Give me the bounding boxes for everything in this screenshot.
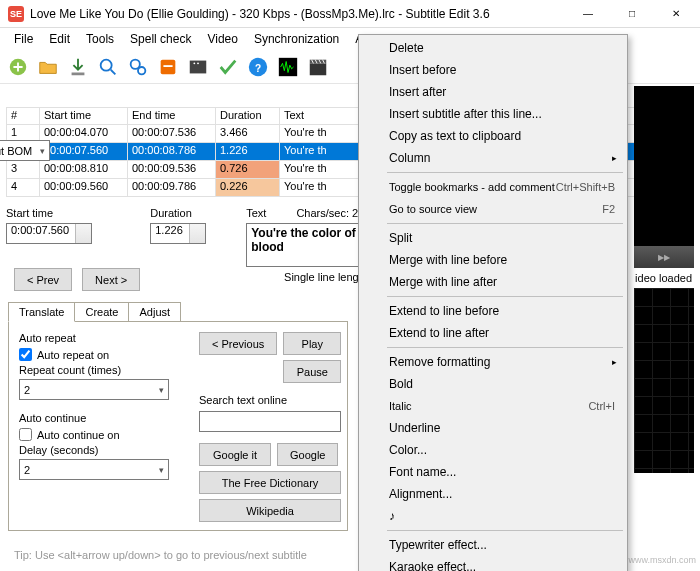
ctx-split[interactable]: Split (361, 227, 625, 249)
waveform-icon[interactable] (274, 53, 302, 81)
video-controls[interactable]: ▶▶ (634, 246, 694, 268)
ctx-copy-clipboard[interactable]: Copy as text to clipboard (361, 125, 625, 147)
free-dictionary-button[interactable]: The Free Dictionary (199, 471, 341, 494)
col-dur[interactable]: Duration (216, 107, 280, 125)
find-icon[interactable] (94, 53, 122, 81)
ctx-alignment[interactable]: Alignment... (361, 483, 625, 505)
duration-input[interactable]: 1.226 (150, 223, 206, 244)
video-icon[interactable] (184, 53, 212, 81)
svg-rect-6 (163, 65, 172, 67)
tip-text: Tip: Use <alt+arrow up/down> to go to pr… (14, 549, 307, 561)
open-icon[interactable] (34, 53, 62, 81)
app-icon: SE (8, 6, 24, 22)
col-start[interactable]: Start time (40, 107, 128, 125)
ctx-italic[interactable]: ItalicCtrl+I (361, 395, 625, 417)
duration-label: Duration (150, 207, 206, 219)
previous-button[interactable]: < Previous (199, 332, 277, 355)
help-icon[interactable]: ? (244, 53, 272, 81)
save-icon[interactable] (64, 53, 92, 81)
ctx-toggle-bookmarks[interactable]: Toggle bookmarks - add commentCtrl+Shift… (361, 176, 625, 198)
ctx-go-source[interactable]: Go to source viewF2 (361, 198, 625, 220)
menu-tools[interactable]: Tools (78, 30, 122, 48)
svg-rect-13 (310, 63, 327, 75)
text-label: Text (246, 207, 266, 219)
ctx-bold[interactable]: Bold (361, 373, 625, 395)
ctx-font-name[interactable]: Font name... (361, 461, 625, 483)
svg-point-9 (197, 62, 199, 64)
start-time-label: Start time (6, 207, 140, 219)
check-icon[interactable] (214, 53, 242, 81)
ctx-insert-sub-after[interactable]: Insert subtitle after this line... (361, 103, 625, 125)
play-button[interactable]: Play (283, 332, 341, 355)
menu-spellcheck[interactable]: Spell check (122, 30, 199, 48)
watermark: www.msxdn.com (628, 555, 696, 565)
close-button[interactable]: ✕ (654, 0, 698, 28)
minimize-button[interactable]: — (566, 0, 610, 28)
ctx-underline[interactable]: Underline (361, 417, 625, 439)
waveform-panel[interactable] (634, 288, 694, 473)
ctx-typewriter[interactable]: Typewriter effect... (361, 534, 625, 556)
window-title: Love Me Like You Do (Ellie Goulding) - 3… (30, 7, 566, 21)
svg-rect-12 (279, 57, 297, 75)
svg-point-8 (193, 62, 195, 64)
tab-translate[interactable]: Translate (8, 302, 75, 322)
ctx-insert-before[interactable]: Insert before (361, 59, 625, 81)
ctx-karaoke[interactable]: Karaoke effect... (361, 556, 625, 571)
svg-text:?: ? (255, 62, 261, 73)
ctx-column[interactable]: Column (361, 147, 625, 169)
ctx-remove-formatting[interactable]: Remove formatting (361, 351, 625, 373)
menu-synchronization[interactable]: Synchronization (246, 30, 347, 48)
search-input[interactable] (199, 411, 341, 432)
google-button[interactable]: Google (277, 443, 338, 466)
search-online-label: Search text online (199, 394, 341, 406)
svg-point-2 (101, 59, 112, 70)
ctx-merge-after[interactable]: Merge with line after (361, 271, 625, 293)
next-button[interactable]: Next > (82, 268, 140, 291)
svg-rect-1 (72, 72, 85, 75)
ctx-merge-before[interactable]: Merge with line before (361, 249, 625, 271)
no-video-label: ideo loaded (634, 268, 694, 288)
col-num[interactable]: # (6, 107, 40, 125)
clapperboard-icon[interactable] (304, 53, 332, 81)
ctx-extend-before[interactable]: Extend to line before (361, 300, 625, 322)
ctx-extend-after[interactable]: Extend to line after (361, 322, 625, 344)
tab-create[interactable]: Create (74, 302, 129, 322)
ctx-music-note[interactable]: ♪ (361, 505, 625, 527)
menu-video[interactable]: Video (199, 30, 245, 48)
ctx-color[interactable]: Color... (361, 439, 625, 461)
settings-icon[interactable] (154, 53, 182, 81)
start-time-input[interactable]: 0:00:07.560 (6, 223, 92, 244)
context-menu: Delete Insert before Insert after Insert… (358, 34, 628, 571)
delay-dropdown[interactable]: 2 (19, 459, 169, 480)
prev-button[interactable]: < Prev (14, 268, 72, 291)
ctx-delete[interactable]: Delete (361, 37, 625, 59)
google-it-button[interactable]: Google it (199, 443, 271, 466)
pause-button[interactable]: Pause (283, 360, 341, 383)
maximize-button[interactable]: □ (610, 0, 654, 28)
col-end[interactable]: End time (128, 107, 216, 125)
menu-edit[interactable]: Edit (41, 30, 78, 48)
menu-file[interactable]: File (6, 30, 41, 48)
new-icon[interactable] (4, 53, 32, 81)
wikipedia-button[interactable]: Wikipedia (199, 499, 341, 522)
replace-icon[interactable] (124, 53, 152, 81)
repeat-count-dropdown[interactable]: 2 (19, 379, 169, 400)
video-panel (634, 86, 694, 246)
svg-point-4 (138, 67, 145, 74)
ctx-insert-after[interactable]: Insert after (361, 81, 625, 103)
tab-adjust[interactable]: Adjust (128, 302, 181, 322)
encoding-dropdown[interactable]: ut BOM (0, 140, 50, 161)
